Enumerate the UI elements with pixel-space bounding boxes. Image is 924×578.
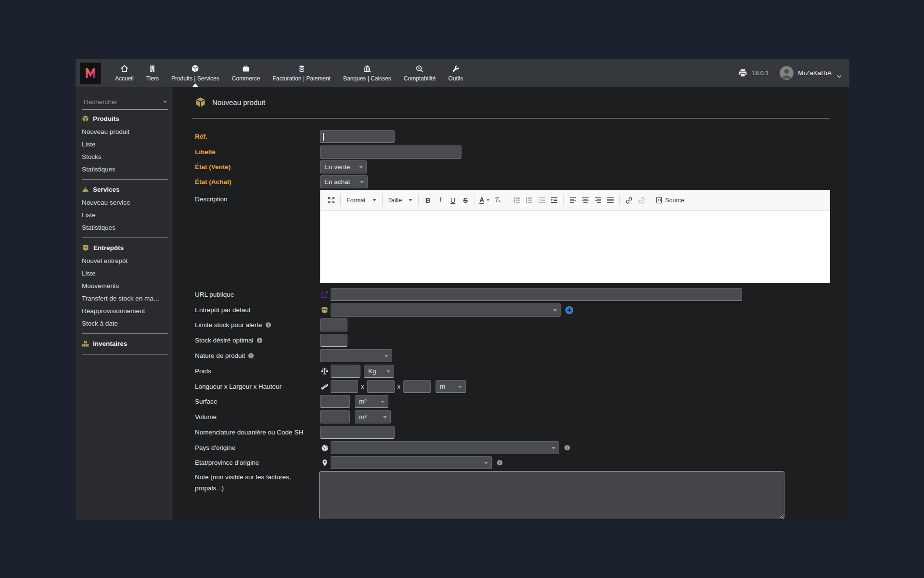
hauteur-input[interactable] [403,380,431,393]
username-label[interactable]: MrZaKaRiA [798,69,832,77]
volume-input[interactable] [320,410,350,423]
nav-item-tiers[interactable]: Tiers [140,59,165,87]
info-icon[interactable] [265,322,271,328]
unlink-icon[interactable] [635,194,648,207]
info-icon[interactable] [248,353,254,359]
sidebar-item-stock-a-date[interactable]: Stock à date [76,317,173,329]
taille-dropdown[interactable]: Taille [385,197,416,204]
sidebar-item-transfert-stock[interactable]: Transfert de stock en ma… [76,292,173,304]
sidebar-section-services[interactable]: Services [76,181,173,196]
align-justify-icon[interactable] [604,194,616,207]
poids-input[interactable] [331,365,360,378]
province-select[interactable] [331,456,492,469]
sidebar-divider [82,354,168,355]
editor-content-area[interactable] [320,210,830,283]
maximize-icon[interactable] [325,194,337,207]
sidebar-section-inventaires[interactable]: Inventaires [76,335,173,350]
text-color-button[interactable]: A [478,194,491,207]
field-row-entrepot: Entrepôt par défaut [195,303,574,316]
format-dropdown[interactable]: Format [344,197,379,204]
avatar[interactable] [780,66,794,80]
add-entrepot-button[interactable] [565,306,574,315]
largeur-input[interactable] [367,380,395,393]
sidebar-item-nouveau-service[interactable]: Nouveau service [76,196,173,209]
etat-vente-select[interactable]: En vente [320,160,367,173]
sidebar-item-nouvel-entrepot[interactable]: Nouvel entrepôt [76,254,173,267]
limite-stock-input[interactable] [320,318,347,331]
dimensions-unit-select[interactable]: m [436,380,466,393]
search-dropdown-caret-icon[interactable] [163,101,167,103]
external-link-icon [320,290,329,299]
sidebar-item-nouveau-produit[interactable]: Nouveau produit [76,125,173,138]
note-textarea[interactable] [319,471,784,519]
search-dollar-icon [416,64,424,73]
sidebar-item-liste-produits[interactable]: Liste [76,138,173,150]
nav-item-comptabilite[interactable]: Comptabilité [398,59,442,87]
align-right-icon[interactable] [591,194,604,207]
sidebar-item-liste-services[interactable]: Liste [76,209,173,221]
field-row-province: Etat/province d'origine [195,456,503,469]
ruler-icon [320,382,329,391]
bold-button[interactable]: B [422,194,434,207]
nav-item-banques[interactable]: Banques | Caisses [337,59,398,87]
bullet-list-icon[interactable] [523,194,535,207]
search-input[interactable] [83,98,163,106]
nav-label: Commerce [232,75,260,82]
surface-label: Surface [195,398,320,405]
ref-input[interactable] [320,130,395,143]
etat-achat-select[interactable]: En achat [320,175,368,188]
nav-item-commerce[interactable]: Commerce [226,59,267,87]
pays-select[interactable] [331,441,559,454]
remove-format-button[interactable]: Tx [491,194,504,207]
align-center-icon[interactable] [579,194,591,207]
box-open-icon [320,306,329,314]
volume-unit-select[interactable]: m³ [355,410,391,423]
nav-item-facturation[interactable]: Facturation | Paiement [266,59,337,87]
nature-label: Nature de produit [195,352,320,359]
toolbar-separator [651,194,651,206]
sidebar-item-stocks[interactable]: Stocks [76,150,173,163]
align-left-icon[interactable] [566,194,579,207]
underline-button[interactable]: U [447,194,459,207]
entrepot-select[interactable] [331,303,561,316]
outdent-icon[interactable] [535,194,548,207]
sidebar-section-produits[interactable]: Produits [76,110,173,125]
sidebar-item-mouvements[interactable]: Mouvements [76,279,173,292]
sidebar-item-reapprovisionnement[interactable]: Réapprovisionnement [76,304,173,317]
libelle-input[interactable] [320,145,462,158]
chevron-down-icon[interactable] [837,71,842,75]
sidebar-item-statistiques-services[interactable]: Statistiques [76,221,173,234]
longueur-input[interactable] [331,380,358,393]
sidebar-section-entrepots[interactable]: Entrepôts [76,239,173,254]
poids-unit-select[interactable]: Kg [364,365,394,378]
nature-select[interactable] [320,349,392,362]
source-button[interactable]: Source [654,194,686,207]
surface-unit-select[interactable]: m² [355,395,388,408]
print-icon[interactable] [738,68,747,78]
stock-optimal-input[interactable] [320,334,347,347]
link-icon[interactable] [623,194,635,207]
info-icon[interactable] [497,460,503,466]
surface-input[interactable] [320,395,350,408]
nav-item-produits-services[interactable]: Produits | Services [165,59,226,87]
info-icon[interactable] [257,337,263,343]
url-publique-input[interactable] [331,288,742,301]
sidebar-item-statistiques-produits[interactable]: Statistiques [76,163,173,175]
field-row-nature: Nature de produit [195,349,392,362]
field-row-etat-vente: État (Vente) En vente [195,160,367,173]
strikethrough-button[interactable]: S [459,194,472,207]
source-icon [655,197,663,204]
nav-item-accueil[interactable]: Accueil [109,59,140,87]
nomenclature-input[interactable] [320,426,395,439]
chevron-down-icon [409,199,412,201]
nav-label: Accueil [115,75,134,82]
ordered-list-icon[interactable]: 123 [510,194,523,207]
sidebar-item-liste-entrepots[interactable]: Liste [76,267,173,279]
app-logo[interactable] [80,63,101,84]
nav-label: Outils [449,75,463,82]
italic-button[interactable]: I [434,194,447,207]
nav-item-outils[interactable]: Outils [442,59,470,87]
indent-icon[interactable] [548,194,560,207]
info-icon[interactable] [564,445,570,451]
main-nav: Accueil Tiers Produits | Services Commer… [109,59,469,87]
